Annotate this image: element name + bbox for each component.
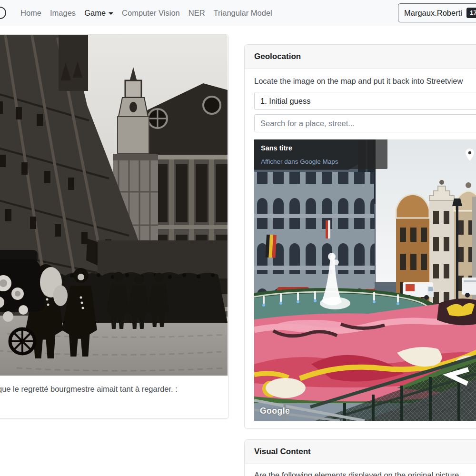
map-pin-icon[interactable] [466, 149, 474, 161]
streetview-title[interactable]: Sans titre [261, 144, 381, 152]
nav-item-game-label: Game [84, 9, 106, 17]
open-google-maps-link[interactable]: Afficher dans Google Maps [261, 158, 381, 165]
google-watermark: Google [260, 406, 290, 416]
top-navbar: Home Images Game Computer Vision NER Tri… [0, 0, 476, 26]
streetview-overlay: Sans titre Afficher dans Google Maps [254, 139, 387, 169]
visual-content-card: Visual Content Are the following element… [244, 439, 476, 476]
visual-content-question: Are the following elements displayed on … [245, 464, 476, 476]
nav-item-images[interactable]: Images [46, 5, 80, 21]
user-name: Margaux.Roberti [404, 9, 462, 18]
notification-badge: 17 [466, 8, 476, 18]
brand-logo-icon[interactable] [0, 7, 6, 19]
guess-step-select[interactable]: 1. Initial guess [254, 92, 476, 110]
photo-caption: que le regretté bourgmestre aimait tant … [0, 376, 228, 418]
nav-item-triangular-model[interactable]: Triangular Model [209, 5, 277, 21]
geolocation-card-title: Geolocation [245, 45, 476, 69]
nav-item-game[interactable]: Game [80, 5, 118, 21]
nav-item-ner[interactable]: NER [184, 5, 209, 21]
belgian-flag [265, 235, 276, 258]
caret-down-icon [109, 12, 113, 15]
visual-content-card-title: Visual Content [245, 440, 476, 464]
nav-item-home[interactable]: Home [16, 5, 46, 21]
place-search-input[interactable] [254, 114, 476, 132]
user-account-button[interactable]: Margaux.Roberti 17 [398, 3, 476, 22]
geolocation-card: Geolocation Locate the image on the map … [244, 44, 476, 429]
historical-photo [0, 35, 228, 376]
streetview-embed[interactable]: Sans titre Afficher dans Google Maps Goo… [254, 139, 476, 421]
nav-item-computer-vision[interactable]: Computer Vision [118, 5, 184, 21]
geolocation-instruction: Locate the image on the map and put it b… [254, 77, 476, 86]
historical-photo-card: que le regretté bourgmestre aimait tant … [0, 34, 229, 419]
nav-menu: Home Images Game Computer Vision NER Tri… [16, 5, 277, 21]
